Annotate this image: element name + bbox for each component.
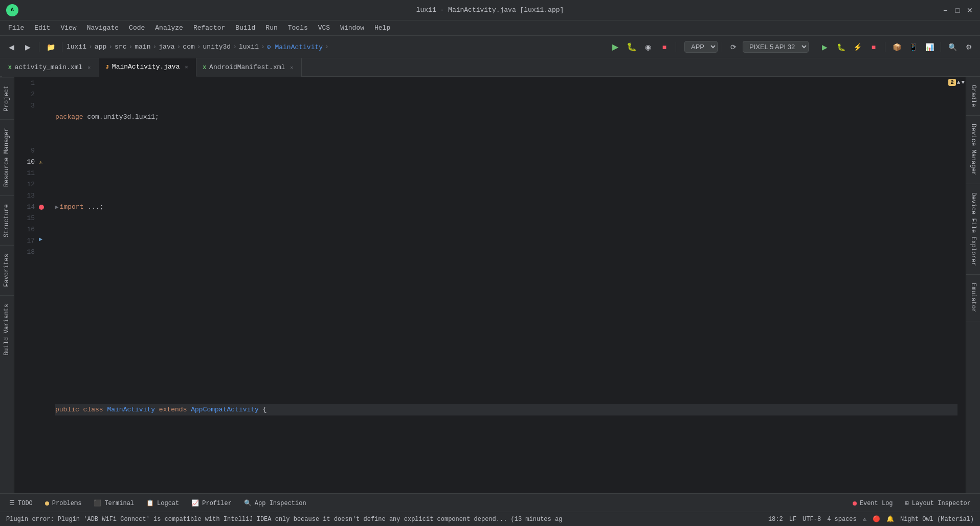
menu-window[interactable]: Window [336, 23, 368, 33]
menu-help[interactable]: Help [370, 23, 394, 33]
menu-vcs[interactable]: VCS [314, 23, 334, 33]
forward-button[interactable]: ▶ [20, 40, 35, 54]
breadcrumb-main[interactable]: main [135, 43, 150, 51]
code-line-1: package com.unity3d.luxi1; [55, 112, 957, 123]
sidebar-item-resource-manager[interactable]: Resource Manager [0, 119, 14, 195]
sidebar-item-emulator[interactable]: Emulator [966, 275, 980, 321]
menu-file[interactable]: File [4, 23, 28, 33]
tab-close-xml[interactable]: ✕ [85, 64, 93, 71]
menu-analyze[interactable]: Analyze [151, 23, 187, 33]
breadcrumb-sep-9: › [325, 43, 329, 51]
breadcrumb-app[interactable]: app [95, 43, 106, 51]
profiler-button[interactable]: 📊 [922, 40, 937, 54]
breadcrumb-sep-3: › [128, 43, 132, 51]
sidebar-item-structure[interactable]: Structure [0, 195, 14, 246]
bottom-tab-layout-inspector[interactable]: ⊞ Layout Inspector [900, 494, 976, 512]
sync-button[interactable]: ⟳ [726, 40, 741, 54]
menu-run[interactable]: Run [261, 23, 281, 33]
tab-label-manifest: AndroidManifest.xml [209, 63, 285, 71]
fold-arrow-3[interactable]: ▶ [55, 202, 59, 213]
warning-up-arrow[interactable]: ▲ [957, 79, 961, 85]
status-position[interactable]: 18:2 [768, 516, 783, 523]
tab-close-manifest[interactable]: ✕ [288, 64, 295, 71]
bottom-tab-terminal[interactable]: ⬛ Terminal [88, 494, 139, 512]
code-content[interactable]: package com.unity3d.luxi1; ▶ import ...; [51, 77, 957, 493]
breadcrumb-luxi1[interactable]: luxi1 [66, 43, 86, 51]
bottom-tab-app-inspection[interactable]: 🔍 App Inspection [239, 494, 311, 512]
line-num-15: 15 [16, 213, 35, 224]
search-everywhere-button[interactable]: 🔍 [945, 40, 960, 54]
bottom-tab-logcat[interactable]: 📋 Logcat [141, 494, 184, 512]
sdk-manager-button[interactable]: 📦 [889, 40, 904, 54]
title-bar-controls: − □ ✕ [941, 6, 974, 14]
breadcrumb-java[interactable]: java [159, 43, 174, 51]
tab-activity-main-xml[interactable]: X activity_main.xml ✕ [2, 58, 99, 77]
bottom-tab-problems[interactable]: Problems [40, 494, 87, 512]
stop-app-button[interactable]: ■ [866, 40, 881, 54]
warning-down-arrow[interactable]: ▼ [961, 79, 965, 85]
open-folder-button[interactable]: 📁 [43, 40, 58, 54]
gutter-1 [39, 78, 51, 89]
breadcrumb-sep-6: › [197, 43, 201, 51]
gutter-5 [39, 123, 51, 134]
warning-indicator: 2 ▲ ▼ [948, 79, 965, 86]
menu-build[interactable]: Build [231, 23, 259, 33]
attach-debugger-button[interactable]: ⚡ [850, 40, 864, 54]
sidebar-item-project[interactable]: Project [0, 77, 14, 119]
event-log-dot-icon [853, 501, 857, 506]
status-line-ending[interactable]: LF [789, 516, 796, 523]
bottom-tabs: ☰ TODO Problems ⬛ Terminal 📋 Logcat 📈 Pr… [0, 493, 980, 512]
breadcrumb-luxi1-pkg[interactable]: luxi1 [239, 43, 259, 51]
breadcrumb-mainactivity[interactable]: ⊙ MainActivity [267, 43, 323, 51]
bottom-tab-profiler[interactable]: 📈 Profiler [186, 494, 237, 512]
line-num-10: 10 [16, 157, 35, 168]
sidebar-right: Gradle Device Manager Device File Explor… [966, 77, 980, 493]
sidebar-item-device-manager[interactable]: Device Manager [966, 116, 980, 184]
code-area[interactable]: 1 2 3 9 10 11 12 13 14 15 16 17 18 [14, 77, 966, 493]
bottom-tab-event-log-label: Event Log [860, 500, 893, 507]
list-icon: ☰ [9, 499, 15, 507]
scrollbar-area[interactable]: 2 ▲ ▼ [957, 77, 966, 493]
close-button[interactable]: ✕ [966, 6, 974, 14]
menu-edit[interactable]: Edit [30, 23, 54, 33]
gutter-2 [39, 89, 51, 100]
minimize-button[interactable]: − [941, 6, 949, 14]
sidebar-item-gradle[interactable]: Gradle [966, 77, 980, 116]
run-with-coverage-button[interactable]: ◉ [641, 40, 655, 54]
breadcrumb-sep-4: › [152, 43, 157, 51]
status-theme[interactable]: Night Owl (Material) [900, 516, 974, 523]
sidebar-item-build-variants[interactable]: Build Variants [0, 295, 14, 364]
run-app-button[interactable]: ▶ [817, 40, 832, 54]
run-button[interactable]: ▶ [608, 40, 622, 54]
back-button[interactable]: ◀ [4, 40, 18, 54]
menu-refactor[interactable]: Refactor [189, 23, 229, 33]
avd-manager-button[interactable]: 📱 [906, 40, 920, 54]
breadcrumb-com[interactable]: com [183, 43, 194, 51]
debug-button[interactable]: 🐛 [625, 40, 639, 54]
status-encoding[interactable]: UTF-8 [803, 516, 821, 523]
maximize-button[interactable]: □ [953, 6, 962, 14]
settings-button[interactable]: ⚙ [962, 40, 976, 54]
sidebar-item-device-file-explorer[interactable]: Device File Explorer [966, 184, 980, 275]
breakpoint-icon[interactable] [39, 205, 44, 210]
device-select[interactable]: PIXEL 5 API 32 [743, 41, 809, 53]
debug-app-button[interactable]: 🐛 [834, 40, 848, 54]
bottom-tab-todo[interactable]: ☰ TODO [4, 494, 38, 512]
tab-close-java[interactable]: ✕ [183, 63, 190, 71]
stop-button[interactable]: ■ [657, 40, 672, 54]
bottom-tab-app-inspection-label: App Inspection [255, 500, 306, 507]
gutter-6 [39, 134, 51, 145]
run-config-select[interactable]: APP [684, 41, 718, 53]
bottom-tab-event-log[interactable]: Event Log [848, 494, 898, 512]
menu-view[interactable]: View [56, 23, 80, 33]
status-indentation[interactable]: 4 spaces [827, 516, 857, 523]
breadcrumb-src[interactable]: src [115, 43, 126, 51]
tab-androidmanifest-xml[interactable]: X AndroidManifest.xml ✕ [196, 58, 302, 77]
tab-mainactivity-java[interactable]: J MainActivity.java ✕ [99, 58, 196, 77]
sidebar-item-favorites[interactable]: Favorites [0, 245, 14, 295]
menu-tools[interactable]: Tools [284, 23, 312, 33]
gutter-12 [39, 179, 51, 190]
breadcrumb-unity3d[interactable]: unity3d [203, 43, 231, 51]
menu-code[interactable]: Code [125, 23, 149, 33]
menu-navigate[interactable]: Navigate [83, 23, 123, 33]
